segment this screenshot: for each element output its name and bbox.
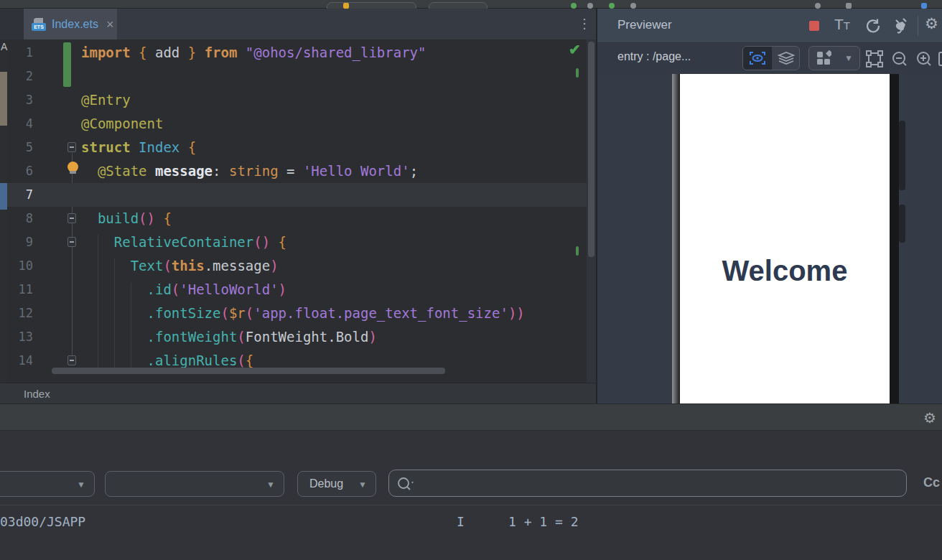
line-number: 6 bbox=[7, 159, 33, 183]
preview-device-area: Welcome bbox=[597, 74, 942, 403]
line-number: 8 bbox=[7, 207, 33, 230]
code-line[interactable]: 4@Component bbox=[7, 112, 587, 136]
stop-toolbar-icon[interactable] bbox=[815, 3, 821, 9]
run-icon[interactable] bbox=[571, 3, 577, 9]
editor-options-icon[interactable]: ⋮ bbox=[577, 16, 592, 33]
code-line[interactable]: 13 .fontWeight(FontWeight.Bold) bbox=[7, 325, 587, 349]
device-bezel bbox=[672, 74, 680, 403]
chevron-down-icon: ▼ bbox=[266, 480, 275, 490]
preview-mode-toggle bbox=[742, 46, 800, 70]
code-line[interactable]: 3@Entry bbox=[7, 88, 587, 112]
code-text: .fontSize($r('app.float.page_text_font_s… bbox=[81, 302, 525, 325]
line-number: 11 bbox=[7, 278, 33, 302]
previewer-pane: Previewer TT ⚙ entry : /page... bbox=[596, 9, 942, 403]
log-tool-window: ▼ ▼ Debug ▼ Cc 03d00/JSAPP I 1 + 1 = 2 bbox=[0, 431, 942, 560]
clipped-icon[interactable] bbox=[938, 50, 942, 70]
play-icon[interactable] bbox=[587, 3, 593, 9]
line-number: 10 bbox=[7, 254, 33, 278]
editor-tab-bar: ETS Index.ets × ⋮ bbox=[0, 9, 596, 39]
code-text: struct Index { bbox=[81, 136, 196, 159]
sliver-letter: A bbox=[1, 41, 7, 52]
tab-close-icon[interactable]: × bbox=[104, 18, 116, 31]
inspect-mode-icon[interactable] bbox=[743, 47, 772, 70]
code-text: Text(this.message) bbox=[81, 254, 279, 278]
device-bezel bbox=[890, 74, 899, 403]
divider bbox=[918, 16, 918, 36]
inspection-mark[interactable] bbox=[576, 246, 579, 256]
log-search-box[interactable] bbox=[388, 470, 907, 497]
zoom-out-icon[interactable] bbox=[891, 50, 908, 70]
code-text: import { add } from "@ohos/shared_librar… bbox=[81, 41, 426, 65]
editor-pane: ETS Index.ets × ⋮ A 1import { add } from… bbox=[0, 9, 596, 403]
font-size-icon[interactable]: TT bbox=[834, 16, 850, 33]
code-lines[interactable]: 1import { add } from "@ohos/shared_libra… bbox=[7, 41, 587, 373]
debug-icon[interactable] bbox=[609, 3, 615, 9]
code-line[interactable]: 8 build() { bbox=[7, 207, 587, 230]
module-icon bbox=[343, 3, 349, 9]
zoom-in-icon[interactable] bbox=[915, 50, 933, 70]
tab-bar-notch bbox=[0, 9, 24, 39]
match-case-toggle[interactable]: Cc bbox=[923, 475, 940, 490]
blue-toolbar-icon[interactable] bbox=[921, 3, 927, 9]
log-level-dropdown[interactable]: Debug ▼ bbox=[297, 471, 376, 497]
device-power-button bbox=[899, 205, 905, 243]
square-toolbar-icon[interactable] bbox=[846, 3, 852, 9]
layout-grid-dropdown[interactable]: ▼ bbox=[808, 46, 860, 70]
inspection-mark[interactable] bbox=[576, 68, 579, 78]
log-message: 1 + 1 = 2 bbox=[508, 514, 579, 529]
horizontal-scrollbar-thumb[interactable] bbox=[52, 368, 445, 374]
code-text: @Component bbox=[81, 112, 163, 136]
fold-marker-icon[interactable] bbox=[67, 237, 76, 247]
main-toolbar-clipped bbox=[0, 0, 942, 9]
line-number: 12 bbox=[7, 302, 33, 325]
code-line[interactable]: 1import { add } from "@ohos/shared_libra… bbox=[7, 41, 587, 65]
chevron-down-icon: ▼ bbox=[77, 480, 85, 490]
code-text: RelativeContainer() { bbox=[81, 230, 286, 254]
chevron-down-icon: ▼ bbox=[358, 480, 367, 490]
stop-preview-button[interactable] bbox=[809, 21, 819, 31]
fold-marker-icon[interactable] bbox=[67, 213, 76, 223]
code-line[interactable]: 9 RelativeContainer() { bbox=[7, 230, 587, 254]
line-number: 9 bbox=[7, 230, 33, 254]
fold-marker-icon[interactable] bbox=[67, 355, 76, 365]
intention-bulb-icon[interactable] bbox=[67, 162, 78, 172]
line-number: 2 bbox=[7, 65, 33, 88]
tab-index-ets[interactable]: ETS Index.ets × bbox=[24, 9, 117, 39]
device-filter-dropdown[interactable]: ▼ bbox=[0, 471, 95, 497]
breadcrumb-item[interactable]: Index bbox=[24, 388, 50, 400]
vertical-scrollbar-thumb[interactable] bbox=[588, 42, 594, 257]
code-text: @Entry bbox=[81, 88, 131, 112]
code-editor[interactable]: A 1import { add } from "@ohos/shared_lib… bbox=[0, 39, 596, 383]
layers-mode-icon[interactable] bbox=[772, 47, 801, 70]
code-line[interactable]: 11 .id('HelloWorld') bbox=[7, 278, 587, 302]
code-line[interactable]: 2 bbox=[7, 65, 587, 88]
code-line[interactable]: 10 Text(this.message) bbox=[7, 254, 587, 278]
preview-welcome-text: Welcome bbox=[680, 255, 890, 287]
ets-file-icon: ETS bbox=[32, 18, 46, 31]
sliver-block bbox=[0, 72, 7, 126]
device-screen[interactable]: Welcome bbox=[680, 74, 890, 403]
process-filter-dropdown[interactable]: ▼ bbox=[105, 471, 284, 497]
frame-select-icon[interactable] bbox=[866, 50, 883, 70]
previewer-settings-icon[interactable]: ⚙ bbox=[925, 15, 938, 32]
plug-icon[interactable] bbox=[892, 17, 910, 37]
code-line[interactable]: 12 .fontSize($r('app.float.page_text_fon… bbox=[7, 302, 587, 325]
log-tag: 03d00/JSAPP bbox=[0, 514, 85, 529]
profiler-icon[interactable] bbox=[630, 3, 636, 9]
inspection-ok-icon[interactable]: ✔ bbox=[569, 41, 581, 58]
refresh-icon[interactable] bbox=[864, 17, 882, 37]
code-line[interactable]: 6 @State message: string = 'Hello World'… bbox=[7, 159, 587, 183]
device-volume-button bbox=[899, 121, 905, 190]
line-number: 5 bbox=[7, 136, 33, 159]
settings-gear-icon[interactable]: ⚙ bbox=[923, 409, 936, 426]
tab-label: Index.ets bbox=[52, 18, 98, 31]
code-text: @State message: string = 'Hello World'; bbox=[81, 159, 418, 183]
tool-window-bar: ⚙ bbox=[0, 403, 942, 431]
divider bbox=[0, 505, 942, 505]
search-input[interactable] bbox=[418, 472, 892, 495]
code-line[interactable]: 7 bbox=[7, 183, 587, 207]
breadcrumb: Index bbox=[0, 383, 596, 403]
code-line[interactable]: 5struct Index { bbox=[7, 136, 587, 159]
fold-marker-icon[interactable] bbox=[67, 142, 76, 152]
preview-target-label[interactable]: entry : /page... bbox=[617, 50, 691, 63]
